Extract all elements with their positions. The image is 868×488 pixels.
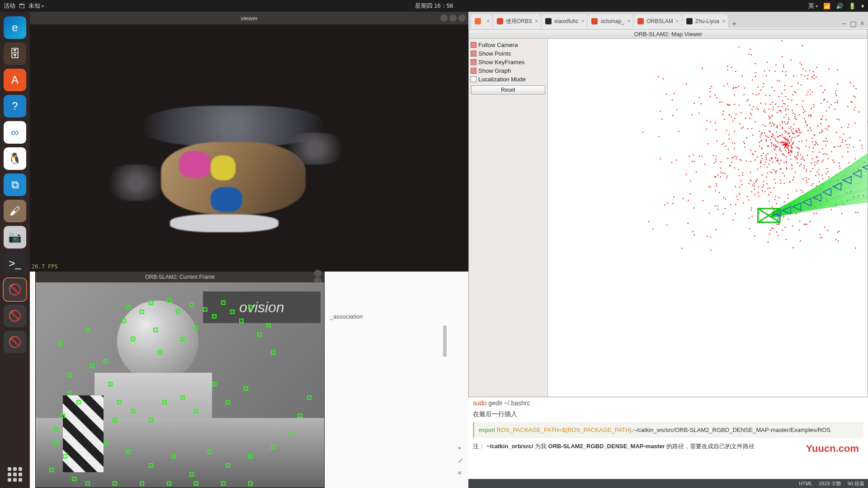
baidu-netdisk-icon[interactable]: ∞	[4, 121, 26, 144]
svg-rect-597	[762, 158, 763, 159]
close-icon[interactable]: ×	[722, 18, 725, 24]
svg-rect-177	[723, 143, 724, 144]
svg-rect-31	[721, 162, 722, 163]
maximize-button[interactable]: ▢	[850, 19, 857, 28]
tab-5[interactable]: Zhu-Liyua×	[683, 14, 728, 28]
orb-feature	[176, 310, 180, 314]
svg-rect-524	[699, 97, 700, 98]
svg-rect-467	[786, 168, 787, 169]
camera-app-icon[interactable]: 📷	[4, 226, 26, 249]
viewer-titlebar[interactable]: viewer	[30, 12, 468, 24]
battery-icon[interactable]: 🔋	[849, 3, 856, 9]
files-icon[interactable]: 🗄	[4, 42, 26, 65]
current-frame-canvas[interactable]: ovision [[50,130],[70,200],[90,260],[40,…	[36, 282, 324, 488]
current-frame-titlebar[interactable]: ORB-SLAM2: Current Frame	[36, 272, 324, 282]
svg-rect-97	[770, 104, 771, 105]
svg-rect-251	[812, 77, 813, 78]
close-icon[interactable]: ×	[486, 18, 490, 24]
orb-feature	[90, 364, 94, 368]
tab-4[interactable]: ORBSLAM×	[634, 14, 682, 28]
ime-indicator[interactable]: 英	[808, 2, 818, 10]
blocked-app-3-icon[interactable]: 🚫	[4, 331, 26, 353]
svg-rect-734	[847, 106, 848, 107]
terminal-icon[interactable]: >_	[4, 252, 26, 275]
close-button[interactable]: ×	[860, 19, 864, 28]
checkbox-show-graph[interactable]: Show Graph	[470, 66, 547, 75]
svg-rect-372	[787, 194, 788, 195]
close-icon[interactable]: ×	[627, 18, 630, 24]
target-icon[interactable]: ⌖	[458, 445, 463, 452]
pointcloud-canvas[interactable]: 26.7 FPS	[30, 24, 468, 272]
tab-1[interactable]: 使用ORBS×	[493, 14, 541, 28]
tab-3[interactable]: octomap_×	[588, 14, 633, 28]
scrollbar-thumb[interactable]	[443, 325, 447, 357]
list-icon[interactable]: ≡	[458, 469, 463, 476]
svg-rect-785	[822, 131, 823, 132]
svg-rect-564	[787, 145, 788, 145]
svg-rect-447	[766, 159, 767, 160]
qq-icon[interactable]: 🐧	[4, 147, 26, 170]
map-viewer-titlebar[interactable]: ORB-SLAM2: Map Viewer	[469, 29, 868, 39]
status-lang[interactable]: HTML	[799, 481, 812, 486]
map-canvas[interactable]	[548, 39, 868, 397]
activities-button[interactable]: 活动	[4, 2, 15, 10]
vscode-icon[interactable]: ⧉	[4, 174, 26, 196]
gimp-icon[interactable]: 🖌	[4, 200, 26, 222]
checkbox-localization-mode[interactable]: Localization Mode	[470, 75, 547, 84]
svg-rect-502	[766, 183, 767, 184]
minimize-button[interactable]	[314, 270, 321, 277]
wifi-icon[interactable]: 📶	[823, 3, 830, 9]
close-icon[interactable]: ×	[581, 18, 584, 24]
svg-rect-438	[772, 161, 773, 162]
svg-rect-283	[742, 175, 743, 176]
new-tab-button[interactable]: +	[729, 20, 740, 28]
svg-rect-751	[839, 162, 840, 163]
svg-rect-494	[809, 146, 810, 147]
svg-rect-269	[690, 181, 691, 182]
clock[interactable]: 星期四 16：58	[415, 2, 453, 10]
app-menu[interactable]: 未知	[28, 2, 44, 10]
maximize-button[interactable]	[449, 14, 457, 22]
show-applications-icon[interactable]	[6, 465, 24, 483]
blocked-app-2-icon[interactable]: 🚫	[4, 305, 26, 327]
svg-rect-559	[811, 138, 812, 139]
minimize-button[interactable]	[440, 14, 448, 22]
expand-icon[interactable]: ⤢	[458, 457, 463, 464]
power-menu-icon[interactable]: ▾	[861, 3, 864, 9]
svg-rect-549	[782, 106, 783, 107]
svg-rect-789	[786, 169, 787, 169]
blocked-app-1-icon[interactable]: 🚫	[4, 278, 26, 301]
svg-rect-721	[715, 177, 716, 178]
svg-rect-683	[804, 160, 805, 161]
tab-2[interactable]: xiaoxifuhc×	[542, 14, 587, 28]
svg-rect-413	[734, 156, 735, 157]
svg-rect-125	[770, 126, 771, 127]
svg-rect-184	[777, 146, 778, 147]
svg-rect-745	[820, 85, 821, 86]
minimize-button[interactable]: –	[842, 19, 846, 28]
tab-0[interactable]: ×	[471, 14, 492, 28]
edge-browser-icon[interactable]: e	[4, 16, 26, 39]
volume-icon[interactable]: 🔊	[836, 3, 843, 9]
close-icon[interactable]: ×	[676, 18, 679, 24]
checkbox-show-points[interactable]: Show Points	[470, 49, 547, 58]
svg-rect-436	[743, 202, 744, 203]
svg-rect-729	[774, 139, 775, 140]
close-button[interactable]	[458, 14, 466, 22]
svg-rect-469	[790, 141, 791, 142]
close-icon[interactable]: ×	[535, 18, 538, 24]
software-center-icon[interactable]: A	[4, 69, 26, 91]
checkbox-show-keyframes[interactable]: Show KeyFrames	[470, 58, 547, 66]
svg-rect-260	[842, 142, 843, 143]
svg-rect-565	[782, 122, 783, 123]
svg-rect-304	[660, 158, 660, 159]
svg-rect-144	[773, 125, 774, 126]
orb-feature	[131, 409, 135, 413]
svg-rect-865	[648, 221, 649, 222]
orb-feature	[248, 481, 253, 486]
help-icon[interactable]: ?	[4, 95, 26, 117]
svg-rect-711	[788, 122, 788, 122]
reset-button[interactable]: Reset	[471, 85, 545, 94]
checkbox-follow-camera[interactable]: Follow Camera	[470, 41, 547, 49]
svg-rect-736	[802, 100, 803, 101]
